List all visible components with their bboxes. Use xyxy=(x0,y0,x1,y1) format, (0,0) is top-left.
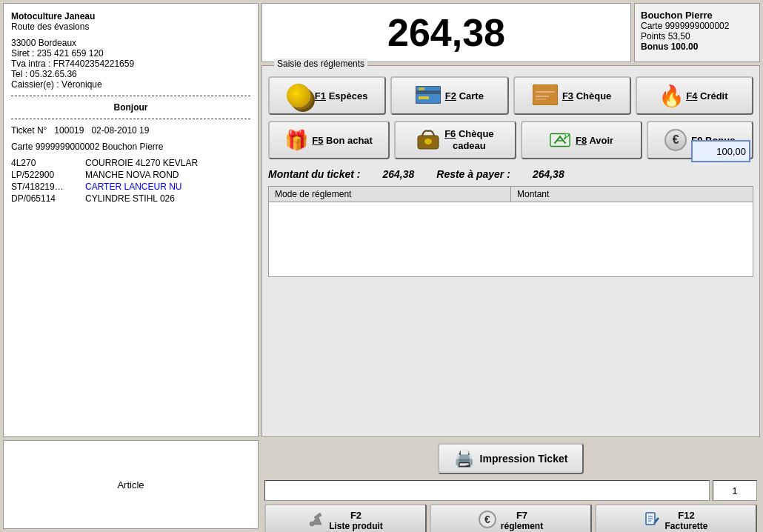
reste-label: Reste à payer : xyxy=(436,168,510,180)
function-buttons: F2 Liste produit € F7 réglement xyxy=(261,504,760,532)
f8-avoir-button[interactable]: F8 Avoir xyxy=(521,121,642,159)
montant-label: Montant du ticket : xyxy=(268,168,360,180)
list-item: DP/065114 CYLINDRE STIHL 026 xyxy=(11,193,250,204)
f4-credit-label: F4 Crédit xyxy=(686,90,727,102)
f7-name: réglement xyxy=(501,521,543,531)
item-name: MANCHE NOVA ROND xyxy=(85,170,179,180)
col-mode-reglement: Mode de réglement xyxy=(269,187,511,202)
f2-carte-button[interactable]: F2 Carte xyxy=(390,76,508,115)
f5-bonachat-label: F5 Bon achat xyxy=(312,135,373,146)
qty-input[interactable] xyxy=(713,480,757,501)
main-container: Motoculture Janeau Route des évasions 33… xyxy=(0,0,763,532)
company-tel: Tel : 05.32.65.36 xyxy=(11,69,250,79)
f9-bonus-group: € F9 Bonus xyxy=(647,121,753,162)
f2-key: F2 xyxy=(329,510,383,521)
montant-row: Montant du ticket : 264,38 Reste à payer… xyxy=(268,168,753,180)
amount-box: 264,38 xyxy=(261,3,631,62)
ticket-date: 02-08-2010 19 xyxy=(91,125,149,136)
customer-name: Bouchon Pierre xyxy=(641,10,753,21)
f7-func-labels: F7 réglement xyxy=(501,510,543,531)
f1-especes-button[interactable]: F1 Espèces xyxy=(268,76,386,115)
f4-credit-button[interactable]: 🔥 F4 Crédit xyxy=(636,76,753,115)
f2-liste-produit-button[interactable]: F2 Liste produit xyxy=(264,504,427,532)
payment-panel-title: Saisie des réglements xyxy=(274,59,367,69)
f6-label: F6 Chèquecadeau xyxy=(444,128,493,151)
company-address1: Route des évasions xyxy=(11,21,250,32)
f12-facturette-button[interactable]: F12 Facturette xyxy=(595,504,757,532)
reste-value: 264,38 xyxy=(533,168,564,180)
article-input[interactable] xyxy=(264,480,710,501)
card-icon xyxy=(416,86,441,106)
list-item: ST/418219… CARTER LANCEUR NU xyxy=(11,182,250,192)
bottom-right: 🖨️ Impression Ticket xyxy=(261,440,760,529)
payment-panel: Saisie des réglements F1 Espèces xyxy=(261,65,760,437)
bonus-input[interactable] xyxy=(691,140,750,162)
euro-func-icon: € xyxy=(479,511,496,531)
f12-func-labels: F12 Facturette xyxy=(664,510,707,531)
receipt-panel: Motoculture Janeau Route des évasions 33… xyxy=(3,3,259,437)
company-siret: Siret : 235 421 659 120 xyxy=(11,48,250,59)
svg-rect-3 xyxy=(419,87,424,90)
svg-point-9 xyxy=(424,139,432,144)
f2-name: Liste produit xyxy=(329,521,383,531)
item-code: LP/522900 xyxy=(11,170,78,180)
item-name: CYLINDRE STIHL 026 xyxy=(85,193,175,204)
coins-icon xyxy=(287,84,310,107)
payment-table: Mode de réglement Montant xyxy=(268,186,753,277)
printer-icon: 🖨️ xyxy=(454,449,474,468)
f3-cheque-button[interactable]: F3 Chèque xyxy=(513,76,631,115)
f5-bonachat-button[interactable]: 🎁 F5 Bon achat xyxy=(268,121,390,159)
purse-icon xyxy=(416,128,440,153)
avoir-icon xyxy=(549,129,571,151)
impression-ticket-button[interactable]: 🖨️ Impression Ticket xyxy=(438,443,584,474)
list-item: 4L270 COURROIE 4L270 KEVLAR xyxy=(11,158,250,168)
euro-icon: € xyxy=(664,129,687,151)
fire-icon: 🔥 xyxy=(661,83,682,108)
f7-key: F7 xyxy=(501,510,543,521)
payment-table-body xyxy=(269,202,753,276)
svg-rect-4 xyxy=(533,84,558,105)
right-panel: 264,38 Bouchon Pierre Carte 999999900000… xyxy=(261,3,760,437)
input-row xyxy=(261,480,760,501)
ticket-line: Ticket N° 100019 02-08-2010 19 xyxy=(11,125,250,136)
divider1 xyxy=(11,96,250,96)
svg-point-12 xyxy=(310,522,314,526)
item-code: ST/418219… xyxy=(11,182,78,192)
impression-row: 🖨️ Impression Ticket xyxy=(261,440,760,477)
total-amount: 264,38 xyxy=(387,10,505,55)
f3-cheque-label: F3 Chèque xyxy=(562,90,611,102)
article-label: Article xyxy=(117,479,144,491)
item-name: CARTER LANCEUR NU xyxy=(85,182,181,192)
items-list: 4L270 COURROIE 4L270 KEVLAR LP/522900 MA… xyxy=(11,158,250,204)
item-name: COURROIE 4L270 KEVLAR xyxy=(85,158,198,168)
f7-reglement-button[interactable]: € F7 réglement xyxy=(430,504,592,532)
customer-carte: Carte 9999999000002 xyxy=(641,21,753,31)
f6-chequecadeau-button[interactable]: F6 Chèquecadeau xyxy=(394,121,516,159)
montant-value: 264,38 xyxy=(382,168,414,180)
card-line: Carte 9999999000002 Bouchon Pierre xyxy=(11,142,250,152)
svg-rect-1 xyxy=(416,90,441,94)
bonjour: Bonjour xyxy=(11,102,250,113)
item-code: DP/065114 xyxy=(11,193,78,204)
customer-points: Points 53,50 xyxy=(641,31,753,41)
divider2 xyxy=(11,119,250,119)
col-montant: Montant xyxy=(511,187,753,202)
article-panel: Article xyxy=(3,440,259,529)
payment-table-header: Mode de réglement Montant xyxy=(269,187,753,202)
ticket-label: Ticket N° xyxy=(11,125,47,136)
customer-info: Bouchon Pierre Carte 9999999000002 Point… xyxy=(634,3,760,62)
f2-func-labels: F2 Liste produit xyxy=(329,510,383,531)
item-code: 4L270 xyxy=(11,158,78,168)
list-item: LP/522900 MANCHE NOVA ROND xyxy=(11,170,250,180)
svg-rect-2 xyxy=(419,96,429,99)
company-city: 33000 Bordeaux xyxy=(11,38,250,48)
f12-name: Facturette xyxy=(664,521,707,531)
company-caissier: Caissier(e) : Véronique xyxy=(11,79,250,90)
payment-buttons-row1: F1 Espèces F2 Carte xyxy=(268,76,753,115)
f12-key: F12 xyxy=(664,510,707,521)
ticket-number: 100019 xyxy=(54,125,84,136)
f1-label: F1 Espèces xyxy=(315,90,368,102)
f2-carte-label: F2 Carte xyxy=(445,90,484,102)
pencil-icon xyxy=(644,511,660,530)
customer-bonus: Bonus 100.00 xyxy=(641,41,753,52)
